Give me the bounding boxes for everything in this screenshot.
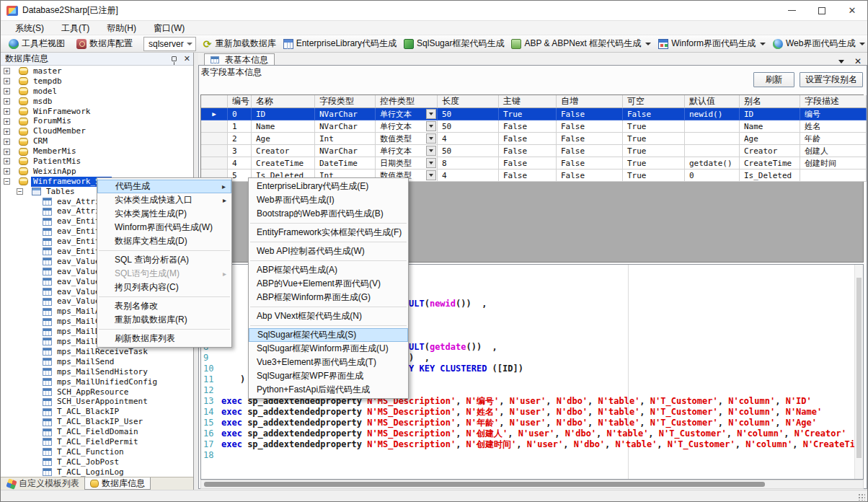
grid-cell[interactable]: 1 — [228, 120, 252, 133]
grid-cell[interactable]: False — [499, 169, 557, 182]
tree-expander-icon[interactable]: + — [4, 128, 10, 135]
menu-item[interactable]: 重新加载数据库(R) — [97, 313, 231, 327]
combo-arrow-icon[interactable] — [426, 121, 436, 131]
set-field-alias-button[interactable]: 设置字段别名 — [800, 72, 863, 87]
menu-item[interactable]: EnterpriseLibrary代码生成(E) — [249, 180, 408, 193]
grid-cell[interactable]: Name — [252, 120, 315, 133]
column-header[interactable]: 字段类型 — [315, 95, 376, 108]
tree-item[interactable]: +ForumMis — [1, 116, 193, 126]
db-type-combobox[interactable]: sqlserver — [143, 37, 196, 51]
column-header[interactable]: 控件类型 — [376, 95, 438, 108]
grid-cell[interactable]: False — [623, 108, 685, 120]
tab-list-dropdown-icon[interactable] — [838, 60, 844, 63]
tree-item[interactable]: +master — [1, 66, 193, 76]
combo-arrow-icon[interactable] — [426, 109, 436, 119]
grid-cell[interactable]: Age — [740, 133, 800, 145]
tree-item[interactable]: T_ACL_BlackIP — [1, 407, 193, 417]
grid-cell[interactable]: True — [499, 108, 557, 120]
menu-item[interactable]: EntityFramework实体框架代码生成(F) — [249, 226, 408, 239]
grid-cell[interactable]: Creator — [740, 145, 800, 157]
grid-cell[interactable]: True — [623, 133, 685, 145]
grid-cell[interactable]: False — [557, 108, 623, 120]
refresh-button[interactable]: 刷新 — [753, 72, 794, 87]
column-header[interactable]: 默认值 — [685, 95, 740, 108]
menu-item[interactable]: 拷贝列表内容(C) — [97, 281, 231, 294]
toolbar-view-button[interactable]: 工具栏视图 — [5, 36, 68, 52]
grid-cell[interactable]: CreateTime — [252, 157, 315, 169]
grid-cell[interactable]: True — [623, 157, 685, 169]
chevron-down-icon[interactable] — [184, 38, 195, 50]
grid-cell[interactable]: 8 — [438, 157, 499, 169]
tree-expander-icon[interactable]: + — [4, 168, 10, 175]
toolbar-abp-button[interactable]: ABP & ABPNext 框架代码生成 — [508, 36, 655, 52]
tree-item[interactable]: +WinFramework — [1, 107, 193, 117]
tree-item[interactable]: T_ACL_BlackIP_User — [1, 417, 193, 427]
menu-item[interactable]: 代码生成▸ — [97, 180, 231, 193]
menu-item[interactable]: ABP的Vue+Element界面代码(V) — [249, 277, 408, 291]
menubar-item[interactable]: 窗口(W) — [145, 21, 193, 35]
horizontal-scrollbar[interactable] — [200, 480, 864, 489]
grid-cell[interactable]: 年龄 — [800, 133, 867, 145]
grid-cell[interactable]: False — [557, 120, 623, 133]
tree-expander-icon[interactable]: + — [4, 78, 10, 84]
grid-cell[interactable]: 3 — [228, 145, 252, 157]
combo-arrow-icon[interactable] — [426, 146, 436, 156]
grid-cell[interactable]: CreateTime — [740, 157, 800, 169]
combo-arrow-icon[interactable] — [426, 158, 436, 168]
combo-arrow-icon[interactable] — [426, 133, 436, 144]
dropdown-arrow-icon[interactable] — [645, 43, 651, 45]
row-selector[interactable] — [201, 120, 228, 133]
row-selector[interactable] — [201, 145, 228, 157]
menu-item[interactable]: Python+FastApi后端代码生成 — [249, 383, 408, 397]
menu-item[interactable]: 实体类属性生成(P) — [97, 207, 231, 221]
tree-item[interactable]: T_ACL_FieldDomain — [1, 427, 193, 437]
table-row[interactable]: 3CreatorNVarChar单行文本50FalseFalseTrueCrea… — [201, 145, 863, 157]
column-header[interactable]: 自增 — [557, 95, 623, 108]
grid-cell[interactable] — [685, 133, 740, 145]
grid-cell[interactable]: NVarChar — [315, 108, 376, 120]
vertical-scrollbar-thumb[interactable] — [856, 278, 862, 458]
menubar-item[interactable]: 系统(S) — [6, 21, 53, 35]
menu-item[interactable]: 数据库文档生成(D) — [97, 234, 231, 248]
toolbar-sqlsugar-button[interactable]: SqlSugar框架代码生成 — [400, 36, 508, 52]
dropdown-arrow-icon[interactable] — [760, 43, 766, 45]
grid-cell[interactable]: Creator — [252, 145, 315, 157]
tree-expander-icon[interactable]: − — [17, 188, 23, 195]
menubar-item[interactable]: 帮助(H) — [98, 21, 145, 35]
row-selector[interactable] — [201, 157, 228, 169]
toolbar-winform-button[interactable]: Winform界面代码生成 — [655, 36, 769, 52]
grid-cell[interactable]: ID — [252, 108, 315, 120]
grid-cell[interactable]: 0 — [685, 169, 740, 182]
grid-cell[interactable]: Age — [252, 133, 315, 145]
menu-item[interactable]: 表别名修改 — [97, 299, 231, 313]
grid-cell[interactable]: 单行文本 — [376, 120, 438, 133]
grid-cell[interactable]: False — [499, 157, 557, 169]
grid-cell[interactable]: True — [623, 120, 685, 133]
column-header[interactable]: 编号 — [228, 95, 252, 108]
menu-item[interactable]: 实体类生成快速入口▸ — [97, 193, 231, 207]
tree-expander-icon[interactable]: + — [4, 88, 10, 94]
panel-close-icon[interactable]: ✕ — [184, 55, 190, 63]
grid-cell[interactable]: 单行文本 — [376, 108, 438, 120]
menu-item[interactable]: SqlSugar框架WPF界面生成 — [249, 369, 408, 383]
menu-item[interactable]: Web API控制器代码生成(W) — [249, 245, 408, 258]
column-header[interactable]: 别名 — [740, 95, 800, 108]
tree-expander-icon[interactable]: + — [4, 118, 10, 125]
menu-item[interactable]: Web界面代码生成(I) — [249, 193, 408, 207]
grid-cell[interactable]: getdate() — [685, 157, 740, 169]
tree-item[interactable]: +WeixinApp — [1, 167, 193, 177]
column-header[interactable]: 长度 — [438, 95, 499, 108]
dropdown-arrow-icon[interactable] — [859, 43, 865, 45]
tab-custom-templates[interactable]: 自定义模板列表 — [2, 477, 84, 490]
grid-cell[interactable]: False — [557, 157, 623, 169]
horizontal-scrollbar-thumb[interactable] — [204, 482, 765, 487]
grid-cell[interactable]: 数值类型 — [376, 133, 438, 145]
tree-expander-icon[interactable]: − — [4, 178, 10, 185]
grid-cell[interactable]: ID — [740, 108, 800, 120]
row-selector[interactable]: ▶ — [201, 108, 228, 120]
grid-cell[interactable]: Name — [740, 120, 800, 133]
grid-cell[interactable]: True — [623, 169, 685, 182]
row-selector-header[interactable] — [201, 95, 228, 108]
column-header[interactable]: 可空 — [623, 95, 685, 108]
minimize-button[interactable] — [776, 1, 807, 20]
